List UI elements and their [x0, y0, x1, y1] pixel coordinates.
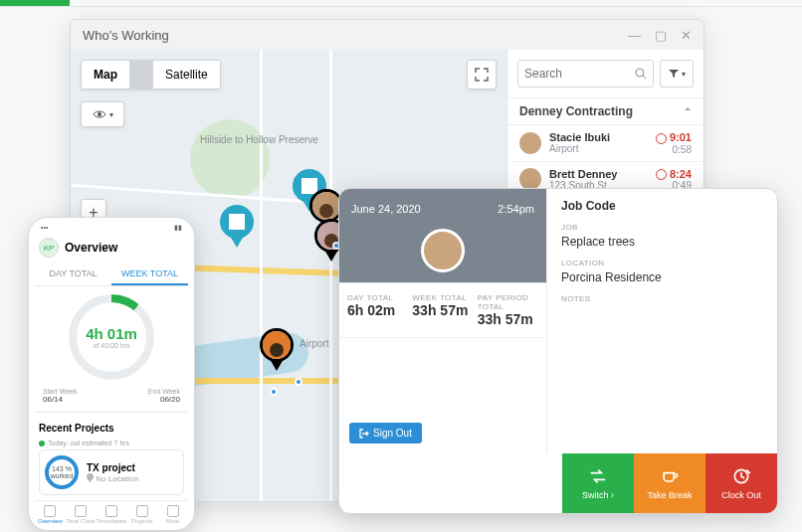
status-dot-icon: [39, 441, 45, 446]
top-divider: [0, 6, 802, 7]
total-label: PAY PERIOD TOTAL: [478, 293, 538, 311]
tabbar-item[interactable]: Overview: [35, 505, 66, 524]
switch-icon: [588, 466, 608, 486]
tabbar-icon: [167, 505, 179, 517]
minimize-icon[interactable]: —: [628, 28, 641, 43]
tabbar-item[interactable]: Time Clock: [66, 505, 97, 524]
filter-button[interactable]: ▾: [660, 60, 694, 88]
hours-value: 4h 01m: [86, 325, 137, 342]
tabbar-item[interactable]: More: [157, 505, 188, 524]
coffee-icon: [660, 466, 680, 486]
clock-icon: [656, 169, 667, 180]
employee-avatar: [519, 132, 541, 154]
tabbar-label: Time Clock: [66, 518, 96, 524]
clock-out-button[interactable]: Clock Out: [705, 453, 777, 513]
timesheet-date: June 24, 2020: [351, 203, 421, 215]
map-tab-satellite[interactable]: Satellite: [153, 61, 220, 89]
chevron-down-icon: ▾: [109, 110, 113, 119]
search-icon: [635, 68, 647, 80]
tab-day-total[interactable]: DAY TOTAL: [35, 264, 111, 285]
search-box[interactable]: [517, 60, 654, 88]
map-label-airport: Airport: [300, 338, 328, 349]
total-block: WEEK TOTAL33h 57m: [412, 293, 473, 327]
tabbar-item[interactable]: Projects: [126, 505, 157, 524]
employee-row[interactable]: Stacie IbukiAirport9:010:58: [507, 125, 703, 162]
fullscreen-button[interactable]: [467, 60, 497, 89]
job-value[interactable]: Replace trees: [561, 235, 763, 249]
employee-avatar[interactable]: [421, 229, 465, 272]
employee-clockin-time: 8:24: [656, 168, 692, 181]
location-pin-icon: [87, 473, 94, 482]
project-meta: Today: out estimated 7 hrs: [48, 440, 129, 446]
end-week-label: End Week: [148, 388, 180, 395]
svg-point-0: [98, 112, 101, 116]
map-park: [190, 119, 270, 199]
map-type-toggle: Map Satellite: [81, 60, 221, 89]
project-name: TX project: [87, 462, 178, 473]
total-value: 6h 02m: [347, 302, 408, 318]
tablet-frame: June 24, 2020 2:54pm DAY TOTAL6h 02mWEEK…: [338, 188, 778, 514]
eye-icon: [93, 109, 106, 119]
job-code-header: Job Code: [561, 199, 763, 213]
user-avatar[interactable]: KP: [39, 238, 59, 258]
timesheet-details-pane: Job Code JOB Replace trees LOCATION Porc…: [546, 189, 777, 453]
tabbar-icon: [105, 505, 117, 517]
employee-group-header[interactable]: Denney Contracting ⌃: [507, 97, 703, 125]
total-block: DAY TOTAL6h 02m: [347, 293, 408, 327]
phone-tabbar: OverviewTime ClockTimesheetsProjectsMore: [35, 500, 188, 528]
map-tab-map[interactable]: Map: [82, 61, 129, 89]
svg-point-1: [636, 69, 644, 77]
chevron-up-icon: ⌃: [684, 106, 692, 117]
project-location: No Location: [87, 473, 178, 483]
tabbar-label: More: [166, 518, 180, 524]
recent-projects-title: Recent Projects: [39, 423, 184, 434]
timesheet-totals: DAY TOTAL6h 02mWEEK TOTAL33h 57mPAY PERI…: [339, 282, 546, 338]
map-pin-person[interactable]: [260, 328, 294, 372]
tab-week-total[interactable]: WEEK TOTAL: [111, 264, 188, 285]
clock-out-icon: [731, 466, 751, 486]
timesheet-time: 2:54pm: [498, 203, 534, 215]
map-waypoint-dot: [270, 388, 278, 396]
total-value: 33h 57m: [412, 302, 473, 318]
total-value: 33h 57m: [478, 311, 538, 327]
employee-name: Stacie Ibuki: [549, 131, 648, 143]
tabbar-label: Overview: [38, 518, 63, 524]
notes-label: NOTES: [561, 294, 763, 303]
timesheet-action-bar: Switch › Take Break Clock Out: [562, 453, 777, 513]
filter-icon: [668, 69, 680, 79]
overview-tabs: DAY TOTAL WEEK TOTAL: [35, 264, 188, 286]
search-input[interactable]: [524, 67, 635, 81]
visibility-dropdown[interactable]: ▾: [81, 101, 124, 127]
timesheet-avatar-row: [339, 229, 546, 282]
week-range: Start Week06/14 End Week06/20: [35, 384, 188, 413]
start-week-label: Start Week: [43, 388, 78, 395]
take-break-button[interactable]: Take Break: [634, 453, 705, 513]
fullscreen-icon: [475, 68, 489, 82]
employee-clockin-time: 9:01: [656, 131, 692, 144]
maximize-icon[interactable]: ▢: [655, 28, 667, 43]
group-name: Denney Contracting: [519, 104, 633, 118]
tabbar-label: Projects: [131, 518, 153, 524]
tabbar-item[interactable]: Timesheets: [97, 505, 127, 524]
location-label: LOCATION: [561, 259, 763, 267]
close-icon[interactable]: ✕: [681, 28, 692, 43]
hours-progress-ring: 4h 01m of 40:00 hrs: [69, 294, 154, 380]
sign-out-button[interactable]: Sign Out: [349, 423, 422, 443]
project-progress-ring: 143 % worked: [45, 455, 79, 489]
location-value[interactable]: Porcina Residence: [561, 270, 763, 284]
total-label: DAY TOTAL: [347, 293, 408, 302]
total-block: PAY PERIOD TOTAL33h 57m: [478, 293, 538, 327]
project-card[interactable]: 143 % worked TX project No Location: [39, 449, 184, 495]
map-label-park: Hillside to Hollow Preserve: [200, 134, 318, 145]
phone-header: KP Overview: [35, 234, 188, 264]
tabbar-icon: [75, 505, 87, 517]
page-title: Overview: [65, 241, 117, 255]
phone-frame: •••▮▮ KP Overview DAY TOTAL WEEK TOTAL 4…: [28, 217, 195, 531]
switch-button[interactable]: Switch ›: [562, 453, 634, 513]
end-week-value: 06/20: [160, 395, 180, 404]
tabbar-icon: [44, 505, 56, 517]
sign-out-icon: [359, 429, 369, 439]
map-pin-building[interactable]: [220, 205, 254, 249]
phone-statusbar: •••▮▮: [35, 224, 188, 234]
total-label: WEEK TOTAL: [412, 293, 473, 302]
